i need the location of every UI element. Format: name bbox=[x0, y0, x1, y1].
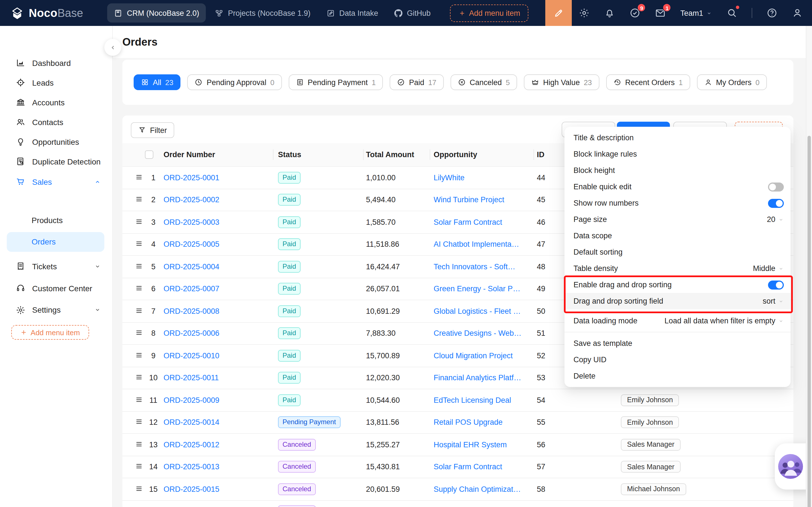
drag-handle-icon[interactable] bbox=[135, 395, 143, 403]
drag-handle-icon[interactable] bbox=[135, 351, 143, 359]
toggle-switch[interactable] bbox=[768, 182, 784, 191]
drag-handle-icon[interactable] bbox=[135, 284, 143, 292]
opportunity-link[interactable]: Creative Designs - Web… bbox=[434, 329, 522, 338]
opportunity-link[interactable]: Global Logistics - Fleet … bbox=[434, 307, 521, 316]
order-number-link[interactable]: ORD-2025-0014 bbox=[163, 418, 219, 427]
sidebar-item-customer-center[interactable]: Customer Center bbox=[7, 278, 105, 298]
nav-tab-projects-nocobase-1-9[interactable]: Projects (NocoBase 1.9) bbox=[208, 3, 317, 22]
order-number-link[interactable]: ORD-2025-0007 bbox=[163, 285, 219, 293]
menu-item-page-size[interactable]: Page size20 bbox=[564, 211, 791, 228]
order-number-link[interactable]: ORD-2025-0001 bbox=[163, 173, 219, 182]
sidebar-collapse-button[interactable] bbox=[104, 39, 121, 56]
gear-icon[interactable] bbox=[579, 7, 590, 18]
sidebar-item-tickets[interactable]: Tickets bbox=[7, 256, 105, 276]
nav-tab-github[interactable]: GitHub bbox=[387, 3, 437, 22]
sidebar-item-duplicate-detection[interactable]: Duplicate Detection bbox=[7, 152, 105, 171]
view-tab-all[interactable]: All23 bbox=[134, 74, 181, 90]
order-number-link[interactable]: ORD-2025-0004 bbox=[163, 263, 219, 271]
drag-handle-icon[interactable] bbox=[135, 462, 143, 470]
tasks-icon[interactable]: 9 bbox=[629, 7, 641, 18]
page-scrollbar-thumb[interactable] bbox=[808, 136, 811, 507]
drag-handle-icon[interactable] bbox=[135, 440, 143, 448]
opportunity-link[interactable]: Wind Turbine Project bbox=[434, 196, 504, 204]
menu-item-enable-quick-edit[interactable]: Enable quick edit bbox=[564, 179, 791, 195]
nav-tab-crm-nocobase-2-0[interactable]: CRM (NocoBase 2.0) bbox=[107, 3, 206, 22]
order-number-link[interactable]: ORD-2025-0015 bbox=[163, 485, 219, 494]
sidebar-item-accounts[interactable]: Accounts bbox=[7, 93, 105, 112]
sidebar-item-settings[interactable]: Settings bbox=[7, 300, 105, 320]
opportunity-link[interactable]: LilyWhite bbox=[434, 173, 465, 182]
sidebar-item-sales[interactable]: Sales bbox=[7, 172, 105, 191]
nav-tab-data-intake[interactable]: Data Intake bbox=[319, 3, 385, 22]
team-switcher[interactable]: Team1 bbox=[680, 9, 712, 17]
drag-handle-icon[interactable] bbox=[135, 262, 143, 270]
bell-icon[interactable] bbox=[604, 7, 615, 18]
menu-item-title-description[interactable]: Title & description bbox=[564, 129, 791, 146]
view-tab-high-value[interactable]: High Value23 bbox=[524, 74, 599, 90]
opportunity-link[interactable]: Hospital EHR System bbox=[434, 441, 507, 449]
opportunity-link[interactable]: Tech Innovators - Soft… bbox=[434, 263, 515, 271]
view-tab-my-orders[interactable]: My Orders0 bbox=[697, 74, 767, 90]
menu-item-show-row-numbers[interactable]: Show row numbers bbox=[564, 195, 791, 211]
drag-handle-icon[interactable] bbox=[135, 240, 143, 247]
user-icon[interactable] bbox=[792, 7, 803, 18]
opportunity-link[interactable]: Solar Farm Contract bbox=[434, 463, 502, 471]
view-tab-canceled[interactable]: Canceled5 bbox=[451, 74, 517, 90]
drag-handle-icon[interactable] bbox=[135, 217, 143, 225]
sidebar-item-opportunities[interactable]: Opportunities bbox=[7, 132, 105, 152]
sidebar-item-contacts[interactable]: Contacts bbox=[7, 112, 105, 132]
opportunity-link[interactable]: Solar Farm Contract bbox=[434, 218, 502, 226]
order-number-link[interactable]: ORD-2025-0002 bbox=[163, 196, 219, 204]
help-icon[interactable] bbox=[766, 7, 777, 18]
menu-item-block-height[interactable]: Block height bbox=[564, 162, 791, 179]
drag-handle-icon[interactable] bbox=[135, 418, 143, 426]
drag-handle-icon[interactable] bbox=[135, 329, 143, 337]
order-number-link[interactable]: ORD-2025-0005 bbox=[163, 240, 219, 249]
menu-item-copy-uid[interactable]: Copy UID bbox=[564, 351, 791, 368]
drag-handle-icon[interactable] bbox=[135, 173, 143, 181]
drag-handle-icon[interactable] bbox=[135, 485, 143, 492]
view-tab-pending-payment[interactable]: Pending Payment1 bbox=[289, 74, 383, 90]
menu-item-table-density[interactable]: Table densityMiddle bbox=[564, 260, 791, 277]
inbox-icon[interactable]: 1 bbox=[655, 7, 666, 18]
opportunity-link[interactable]: Cloud Migration Project bbox=[434, 351, 513, 360]
search-icon[interactable] bbox=[726, 7, 738, 18]
order-number-link[interactable]: ORD-2025-0008 bbox=[163, 307, 219, 316]
sidebar-item-orders[interactable]: Orders bbox=[7, 232, 104, 251]
drag-handle-icon[interactable] bbox=[135, 195, 143, 203]
select-all-checkbox[interactable] bbox=[145, 151, 153, 159]
order-number-link[interactable]: ORD-2025-0006 bbox=[163, 329, 219, 338]
toggle-switch[interactable] bbox=[768, 280, 784, 289]
opportunity-link[interactable]: AI Chatbot Implementa… bbox=[434, 240, 519, 249]
order-number-link[interactable]: ORD-2025-0010 bbox=[163, 351, 219, 360]
view-tab-pending-approval[interactable]: Pending Approval0 bbox=[188, 74, 282, 90]
menu-item-block-linkage-rules[interactable]: Block linkage rules bbox=[564, 146, 791, 162]
order-number-link[interactable]: ORD-2025-0009 bbox=[163, 396, 219, 404]
menu-item-delete[interactable]: Delete bbox=[564, 368, 791, 384]
drag-handle-icon[interactable] bbox=[135, 306, 143, 314]
toggle-switch[interactable] bbox=[768, 199, 784, 208]
opportunity-link[interactable]: Retail POS Upgrade bbox=[434, 418, 503, 427]
menu-item-enable-drag-and-drop-sorting[interactable]: Enable drag and drop sorting bbox=[564, 277, 791, 293]
nocobase-logo[interactable]: NocoBase bbox=[10, 6, 107, 20]
filter-button[interactable]: Filter bbox=[131, 122, 174, 138]
opportunity-link[interactable]: Financial Analytics Platf… bbox=[434, 374, 521, 382]
sidebar-item-products[interactable]: Products bbox=[7, 210, 105, 230]
menu-item-data-loading-mode[interactable]: Data loading modeLoad all data when filt… bbox=[564, 313, 791, 329]
menu-item-drag-and-drop-sorting-field[interactable]: Drag and drop sorting fieldsort bbox=[564, 293, 791, 309]
assistant-widget-avatar[interactable] bbox=[778, 454, 803, 479]
order-number-link[interactable]: ORD-2025-0003 bbox=[163, 218, 219, 226]
view-tab-recent-orders[interactable]: Recent Orders1 bbox=[606, 74, 690, 90]
sidebar-item-leads[interactable]: Leads bbox=[7, 73, 105, 93]
view-tab-paid[interactable]: Paid17 bbox=[390, 74, 444, 90]
sidebar-item-dashboard[interactable]: Dashboard bbox=[7, 53, 105, 73]
opportunity-link[interactable]: Supply Chain Optimizat… bbox=[434, 485, 521, 494]
order-number-link[interactable]: ORD-2025-0013 bbox=[163, 463, 219, 471]
menu-item-data-scope[interactable]: Data scope bbox=[564, 228, 791, 244]
order-number-link[interactable]: ORD-2025-0012 bbox=[163, 441, 219, 449]
sidebar-add-menu-item-button[interactable]: Add menu item bbox=[11, 325, 89, 340]
ui-editor-button[interactable] bbox=[545, 0, 572, 26]
drag-handle-icon[interactable] bbox=[135, 373, 143, 381]
order-number-link[interactable]: ORD-2025-0011 bbox=[163, 374, 219, 382]
menu-item-save-as-template[interactable]: Save as template bbox=[564, 335, 791, 351]
